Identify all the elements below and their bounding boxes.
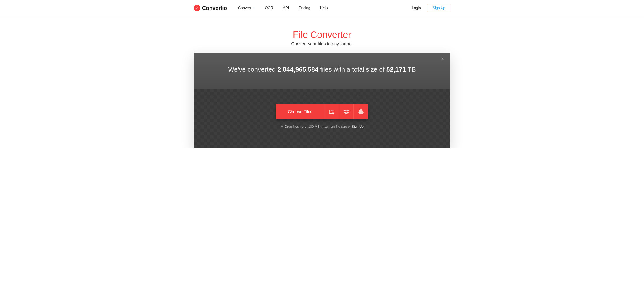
site-header: Convertio Convert OCR API Pricing Help (0, 0, 644, 16)
lock-icon (280, 124, 283, 128)
hint-text: Drop files here. 100 MB maximum file siz… (285, 124, 352, 128)
stats-text: We've converted 2,844,965,584 files with… (198, 66, 446, 73)
site-logo[interactable]: Convertio (194, 5, 227, 11)
signup-button[interactable]: Sign Up (428, 4, 450, 12)
choose-files-bar: Choose Files (276, 104, 368, 119)
stats-unit: TB (406, 66, 416, 73)
hint-signup-link[interactable]: Sign Up (352, 124, 364, 128)
dropbox-icon (344, 109, 349, 114)
stats-mid: files with a total size of (318, 66, 386, 73)
stats-banner: We've converted 2,844,965,584 files with… (194, 53, 450, 89)
svg-rect-1 (281, 126, 283, 128)
nav-ocr[interactable]: OCR (265, 6, 273, 10)
close-banner-button[interactable] (440, 57, 446, 62)
nav-help[interactable]: Help (320, 6, 328, 10)
source-device-button[interactable] (324, 104, 339, 119)
folder-search-icon (329, 109, 334, 114)
nav-convert-label: Convert (238, 6, 251, 10)
nav-pricing[interactable]: Pricing (299, 6, 310, 10)
chevron-down-icon (253, 6, 255, 10)
close-icon (440, 57, 445, 61)
choose-files-button[interactable]: Choose Files (276, 104, 324, 119)
source-google-drive-button[interactable] (354, 104, 368, 119)
login-link[interactable]: Login (412, 6, 421, 10)
google-drive-icon (358, 109, 364, 114)
nav-api[interactable]: API (283, 6, 289, 10)
page-title: File Converter (0, 30, 644, 40)
stats-total-size: 52,171 (386, 66, 406, 73)
page-subtitle: Convert your files to any format (0, 42, 644, 46)
nav-pricing-label: Pricing (299, 6, 310, 10)
file-dropzone[interactable]: Choose Files (194, 89, 450, 148)
source-dropbox-button[interactable] (339, 104, 354, 119)
hero: File Converter Convert your files to any… (0, 16, 644, 53)
nav-ocr-label: OCR (265, 6, 273, 10)
choose-files-label: Choose Files (288, 109, 312, 114)
dropzone-hint: Drop files here. 100 MB maximum file siz… (280, 124, 364, 128)
converter-panel: We've converted 2,844,965,584 files with… (194, 53, 450, 148)
nav-help-label: Help (320, 6, 328, 10)
nav-api-label: API (283, 6, 289, 10)
stats-prefix: We've converted (228, 66, 278, 73)
primary-nav: Convert OCR API Pricing Help (238, 6, 328, 10)
stats-files-count: 2,844,965,584 (278, 66, 318, 73)
site-logo-text: Convertio (202, 5, 227, 11)
nav-convert[interactable]: Convert (238, 6, 255, 10)
convertio-logo-icon (194, 5, 200, 11)
